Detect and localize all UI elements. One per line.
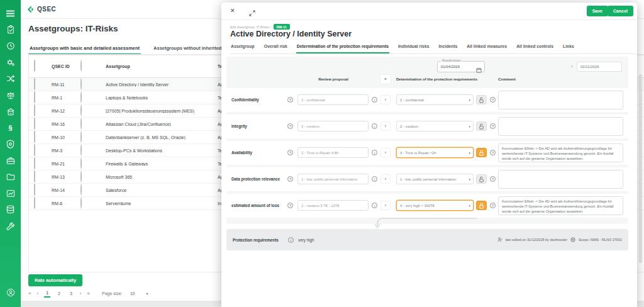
review-proposal-field[interactable]: 1 - low: public personal information <box>297 174 369 184</box>
unlock-icon[interactable] <box>476 121 487 131</box>
row-checkbox[interactable] <box>34 104 35 116</box>
help-icon[interactable]: ? <box>287 123 293 129</box>
tab-overall-risk[interactable]: Overall risk <box>264 42 288 53</box>
help-icon[interactable]: ? <box>490 150 496 155</box>
chart-report-icon[interactable] <box>0 185 21 201</box>
select-all-checkbox[interactable] <box>34 60 35 72</box>
review-proposal-field[interactable]: 2 - medium <box>297 121 369 131</box>
tab-all-linked-measures[interactable]: All linked measures <box>466 42 508 53</box>
info-icon[interactable]: i <box>372 176 377 182</box>
determination-select[interactable]: 4 - Time to Repair <2h▾ <box>396 147 474 158</box>
apply-chevron-button[interactable]: › <box>380 201 391 210</box>
settings-gears-icon[interactable] <box>0 54 21 70</box>
help-icon[interactable]: ? <box>490 123 496 129</box>
review-proposal-field[interactable]: 2 - confidential <box>297 94 369 105</box>
apply-chevron-button[interactable]: › <box>380 174 391 184</box>
row-checkbox[interactable] <box>34 170 35 182</box>
page-size-caret-icon[interactable]: ▾ <box>146 291 148 296</box>
comment-textarea[interactable] <box>498 170 623 189</box>
clipboard-check-icon[interactable] <box>0 21 21 38</box>
help-icon[interactable]: ? <box>287 150 293 155</box>
col-qsec-id[interactable]: QSEC ID <box>52 64 80 69</box>
prev-page-icon[interactable]: ‹ <box>36 291 38 296</box>
info-icon[interactable]: i <box>288 237 294 243</box>
unlock-icon[interactable] <box>476 95 487 104</box>
info-icon[interactable]: i <box>372 150 377 155</box>
review-proposal-field[interactable]: 2 - Time to Repair 4-8h <box>297 147 369 158</box>
rate-automatically-button[interactable]: Rate automatically <box>28 274 82 286</box>
review-proposal-field[interactable]: 2 - medium 5 T€ - 10T€ <box>297 200 369 211</box>
tab-individual-risks[interactable]: Individual risks <box>397 42 430 53</box>
save-button[interactable]: Save <box>587 6 608 16</box>
row-checkbox[interactable] <box>34 157 35 169</box>
apply-chevron-button[interactable]: › <box>380 95 391 104</box>
row-checkbox[interactable] <box>34 131 35 143</box>
help-icon[interactable]: ? <box>490 97 496 103</box>
row-checkbox[interactable] <box>34 91 35 103</box>
tab-assetgroup[interactable]: Assetgroup <box>230 42 255 53</box>
lock-icon[interactable] <box>476 201 487 210</box>
last-page-icon[interactable]: » <box>87 291 90 296</box>
determination-select[interactable]: 1 - low: public personal information▾ <box>396 174 474 184</box>
wrench-tools-icon[interactable] <box>0 218 21 234</box>
comment-textarea[interactable] <box>498 91 623 109</box>
briefcase-icon[interactable] <box>0 152 21 169</box>
cancel-button[interactable]: Cancel <box>608 6 633 16</box>
page-size-value[interactable]: 10 <box>128 290 137 297</box>
expand-icon[interactable] <box>249 8 255 19</box>
page-3[interactable]: 3 <box>68 290 74 297</box>
asset-building-icon[interactable] <box>0 103 21 120</box>
folder-icon[interactable] <box>0 169 21 185</box>
first-page-icon[interactable]: « <box>28 291 31 296</box>
apply-chevron-button[interactable]: › <box>380 121 391 131</box>
close-icon[interactable]: ✕ <box>230 8 235 14</box>
apply-all-double-chevron-button[interactable]: » <box>380 75 391 84</box>
nav-date-input[interactable] <box>577 62 622 72</box>
paragraph-law-icon[interactable]: § <box>0 120 21 136</box>
info-icon[interactable]: i <box>372 97 377 103</box>
database-icon[interactable] <box>0 201 21 218</box>
tab-all-linked-controls[interactable]: All linked controls <box>516 42 554 53</box>
row-checkbox[interactable] <box>34 118 35 130</box>
prev-date-chevron-icon[interactable]: ‹ <box>571 64 573 69</box>
help-icon[interactable]: ? <box>287 176 293 182</box>
form-row-integrity: Integrity ? 2 - medium i › 2 - medium▾ ? <box>226 114 628 138</box>
apply-chevron-button[interactable]: › <box>380 148 391 157</box>
unlock-icon[interactable] <box>476 174 487 184</box>
comment-textarea[interactable]: Kommutativer Effekt -> Die AD wird als A… <box>498 143 623 162</box>
scales-icon[interactable] <box>0 87 21 103</box>
tab-basic-detailed-assessment[interactable]: Assetgroups with basic and detailed asse… <box>28 43 141 55</box>
page-1[interactable]: 1 <box>44 289 50 298</box>
col-assetgroup[interactable]: Assetgroup <box>106 64 218 69</box>
help-icon[interactable]: ? <box>490 203 496 208</box>
row-checkbox[interactable] <box>34 184 35 196</box>
resubmission-label: Resubmission <box>441 59 462 62</box>
history-clock-icon[interactable] <box>0 38 21 54</box>
tab-links[interactable]: Links <box>562 42 575 53</box>
info-icon[interactable]: i <box>372 203 377 208</box>
help-icon[interactable]: ? <box>287 97 293 103</box>
info-icon[interactable]: i <box>372 123 377 129</box>
tab-determination-protection-requirements[interactable]: Determination of the protection requirem… <box>296 42 389 53</box>
next-page-icon[interactable]: › <box>80 291 82 296</box>
help-icon[interactable]: ? <box>287 203 293 208</box>
determination-select[interactable]: 4 - very high > 300T€▾ <box>396 200 474 211</box>
row-checkbox[interactable] <box>34 78 35 90</box>
tab-incidents[interactable]: Incidents <box>438 42 458 53</box>
scrollbar[interactable] <box>639 74 642 263</box>
shield-icon[interactable] <box>0 136 21 152</box>
page-2[interactable]: 2 <box>56 290 62 297</box>
shuffle-arrows-icon[interactable] <box>0 70 21 87</box>
account-icon[interactable] <box>0 284 21 301</box>
comment-textarea[interactable] <box>498 117 623 136</box>
determination-select[interactable]: 2 - medium▾ <box>396 121 474 131</box>
lock-icon[interactable] <box>476 148 487 157</box>
row-checkbox[interactable] <box>34 144 35 156</box>
determination-select[interactable]: 2 - confidential▾ <box>396 94 474 105</box>
help-icon[interactable]: ? <box>490 176 496 182</box>
row-checkbox[interactable] <box>34 197 35 209</box>
resubmission-date-input[interactable] <box>441 65 471 69</box>
calendar-icon[interactable] <box>476 64 482 75</box>
menu-icon[interactable] <box>0 5 21 21</box>
comment-textarea[interactable]: Kommutativer Effekt -> Die AD wird als A… <box>498 196 623 215</box>
